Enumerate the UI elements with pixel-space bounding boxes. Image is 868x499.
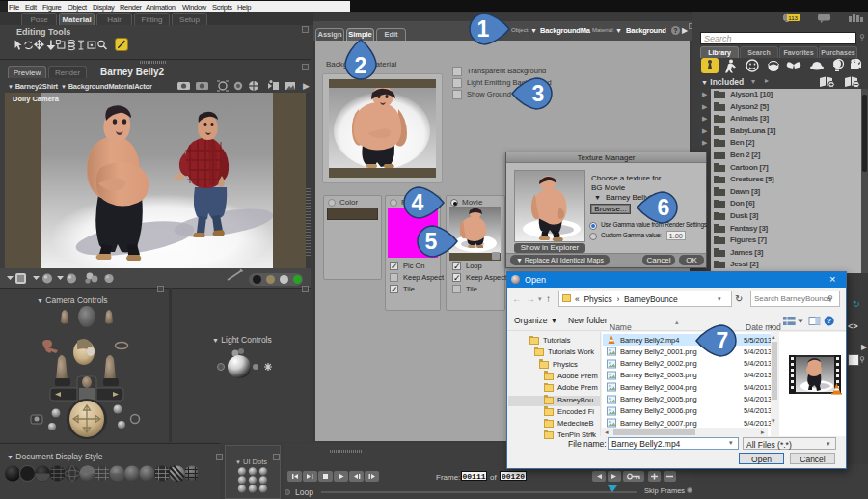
svg-text:2: 2 (355, 53, 367, 78)
svg-text:5: 5 (425, 229, 438, 254)
svg-text:3: 3 (532, 81, 545, 106)
svg-text:113: 113 (788, 14, 798, 21)
svg-text:1: 1 (477, 16, 490, 42)
svg-text:?: ? (827, 317, 830, 325)
svg-text:7: 7 (717, 328, 729, 353)
svg-text:6: 6 (658, 195, 670, 220)
